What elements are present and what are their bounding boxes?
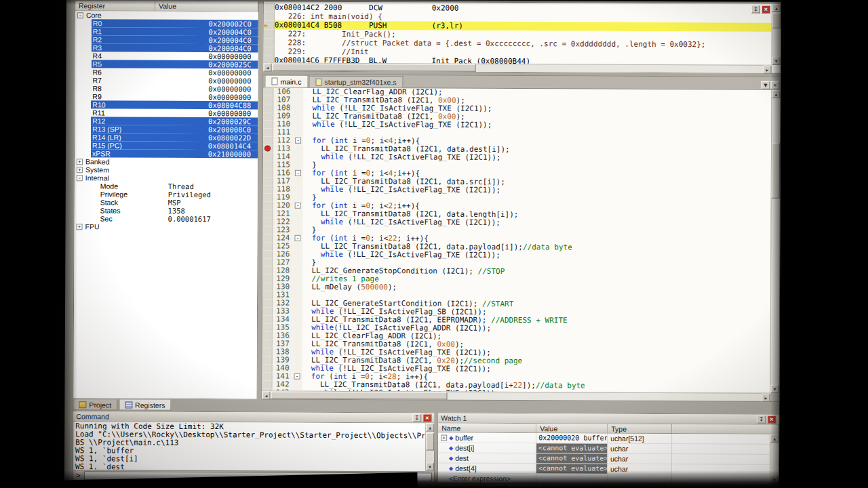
breakpoint-margin[interactable] [262,266,273,274]
tree-expander-icon[interactable]: + [77,167,83,173]
scroll-up-icon[interactable]: ▲ [770,434,778,443]
dock-tab-memory-1[interactable]: Memory 1 [544,485,585,488]
column-header-register[interactable]: Register [75,1,155,12]
editor-vscrollbar[interactable]: ▲ ▼ [770,90,780,393]
register-tree[interactable]: -CoreR00x200002C0R10x200004C0R20x200004C… [73,11,258,399]
breakpoint-margin[interactable] [263,169,273,177]
watch-type-cell[interactable] [608,474,672,484]
scroll-down-icon[interactable]: ▼ [770,476,778,484]
disassembly-hscrollbar[interactable]: ◄ ► [264,62,772,73]
editor-tab[interactable]: main.c [264,75,308,87]
fold-collapse-icon[interactable]: - [294,373,300,380]
editor-hscrollbar[interactable]: ◄ ► [262,390,770,401]
scrollbar-thumb[interactable] [772,143,780,199]
watch-name-cell[interactable]: +◆buffer [438,433,536,443]
watch-value-cell[interactable]: <cannot evaluate> [536,464,608,473]
breakpoint-margin[interactable] [263,177,273,185]
close-icon[interactable]: × [767,415,776,424]
watch-value-cell[interactable] [536,474,608,483]
watch-rows[interactable]: +◆buffer0x20000020 buffer[] ""uchar[512]… [438,433,770,484]
breakpoint-margin[interactable] [262,258,273,266]
disassembly-content[interactable]: 0x080014C2 2000 DCW 0x2000 226: int main… [264,1,772,64]
breakpoint-margin[interactable] [262,283,273,291]
pin-icon[interactable]: ↧ [412,413,421,422]
watch-name-cell[interactable]: ◆dest[4] [438,464,536,474]
scroll-up-icon[interactable]: ▲ [772,4,781,12]
scrollbar-thumb[interactable] [273,63,476,71]
breakpoint-margin[interactable] [262,323,273,331]
breakpoint-margin[interactable] [262,250,273,258]
breakpoint-margin[interactable] [262,331,273,340]
tree-expander-icon[interactable]: + [77,224,83,230]
breakpoint-margin[interactable] [263,128,273,136]
breakpoint-margin[interactable] [262,299,273,307]
dock-tab-call-stack-locals[interactable]: Call Stack + Locals [437,485,506,488]
breakpoint-margin[interactable] [263,201,273,209]
breakpoint-margin[interactable] [262,364,273,372]
breakpoint-margin[interactable] [262,307,273,315]
pin-icon[interactable]: ↧ [757,415,766,424]
editor-tab[interactable]: startup_stm32f401xe.s [309,76,403,88]
breakpoint-margin[interactable] [263,185,273,193]
watch-name-cell[interactable]: <Enter expression> [438,474,536,484]
register-detail-row[interactable]: Sec0.00001617 [75,214,258,223]
watch-value-cell[interactable]: <cannot evaluate> [536,443,608,453]
scroll-up-icon[interactable]: ▲ [426,423,434,431]
scroll-up-icon[interactable]: ▲ [772,90,780,98]
watch-type-cell[interactable]: uchar [608,444,672,453]
watch-type-cell[interactable]: uchar [608,464,672,474]
watch-vscrollbar[interactable]: ▲ ▼ [770,434,778,484]
fold-collapse-icon[interactable]: - [294,235,300,241]
scrollbar-thumb[interactable] [772,14,781,28]
breakpoint-margin[interactable] [263,218,273,226]
breakpoint-margin[interactable] [262,348,273,356]
command-vscrollbar[interactable]: ▲ ▼ [425,423,434,470]
column-header-name[interactable]: Name [438,424,536,434]
column-header-value[interactable]: Value [155,1,258,12]
breakpoint-margin[interactable] [262,315,273,323]
breakpoint-margin[interactable] [263,152,273,161]
scrollbar-thumb[interactable] [271,391,447,399]
disassembly-vscrollbar[interactable]: ▲ ▼ [772,4,781,65]
breakpoint-margin[interactable] [262,226,273,234]
close-icon[interactable]: × [762,5,770,14]
breakpoint-margin[interactable] [262,380,272,388]
breakpoint-margin[interactable] [263,120,273,128]
column-header-type[interactable]: Type [608,424,672,434]
breakpoint-marker[interactable] [263,144,273,152]
breakpoint-margin[interactable] [262,356,273,364]
breakpoint-margin[interactable] [263,87,273,96]
breakpoint-margin[interactable] [262,242,273,250]
tab-close-icon[interactable]: × [770,81,779,89]
scroll-left-icon[interactable]: ◄ [264,63,272,71]
register-group[interactable]: +FPU [75,222,258,231]
breakpoint-margin[interactable] [263,193,273,201]
command-output[interactable]: Running with Code Size Limit: 32KLoad "C… [74,422,425,470]
tab-list-dropdown-icon[interactable]: ▼ [761,81,770,89]
watch-value-cell[interactable]: 0x20000020 buffer[] "" [536,433,608,443]
watch-name-cell[interactable]: ◆dest [438,453,536,464]
close-icon[interactable]: × [422,413,431,422]
tree-expander-icon[interactable]: + [77,159,83,165]
breakpoint-margin[interactable] [263,104,273,112]
pin-icon[interactable]: ↧ [751,5,760,14]
breakpoint-margin[interactable] [263,112,273,120]
scroll-down-icon[interactable]: ▼ [772,57,781,65]
tree-expander-icon[interactable]: - [77,175,83,181]
scroll-left-icon[interactable]: ◄ [262,391,270,399]
scroll-down-icon[interactable]: ▼ [426,462,434,470]
code-editor[interactable]: 106 LL_I2C_ClearFlag_ADDR (I2C1);107 LL_… [262,87,771,392]
scrollbar-thumb[interactable] [426,432,434,450]
watch-row[interactable]: <Enter expression> [438,474,770,484]
column-header-value[interactable]: Value [536,424,608,433]
dock-tab-project[interactable]: Project [73,399,117,410]
scroll-right-icon[interactable]: ► [764,66,772,74]
scroll-right-icon[interactable]: ► [762,394,770,402]
breakpoint-margin[interactable] [263,161,273,169]
breakpoint-margin[interactable] [262,234,273,242]
command-input[interactable] [84,471,432,481]
fold-collapse-icon[interactable]: - [295,170,301,176]
breakpoint-margin[interactable] [262,372,273,380]
breakpoint-margin[interactable] [262,340,273,348]
watch-type-cell[interactable]: uchar [608,454,672,464]
